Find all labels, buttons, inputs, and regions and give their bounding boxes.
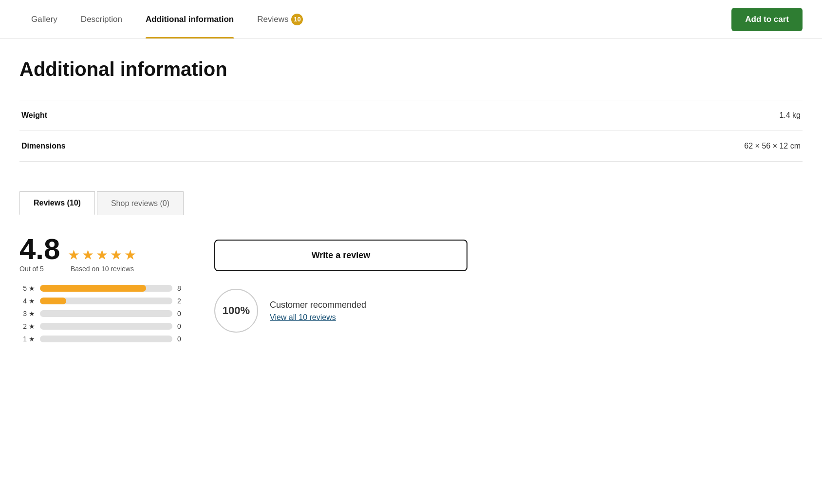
rating-section: 4.8 Out of 5 ★ ★ ★ ★ ★ Based on 10 revie… [19, 235, 803, 348]
based-on-label: Based on 10 reviews [68, 265, 136, 273]
top-navigation: Gallery Description Additional informati… [0, 0, 822, 39]
main-content: Additional information Weight 1.4 kg Dim… [0, 39, 822, 377]
bar-fill [40, 298, 66, 304]
bar-fill [40, 285, 146, 292]
table-row: Dimensions 62 × 56 × 12 cm [19, 131, 803, 162]
bar-track [40, 285, 172, 292]
recommended-label: Customer recommended [270, 300, 366, 310]
tab-product-reviews[interactable]: Reviews (10) [19, 191, 95, 215]
info-value: 1.4 kg [117, 100, 803, 131]
additional-info-table: Weight 1.4 kg Dimensions 62 × 56 × 12 cm [19, 100, 803, 162]
bar-row: 4 ★ 2 [19, 297, 185, 305]
rating-right: Write a review 100% Customer recommended… [214, 235, 803, 333]
overall-score: 4.8 Out of 5 ★ ★ ★ ★ ★ Based on 10 revie… [19, 235, 185, 273]
write-review-button[interactable]: Write a review [214, 240, 467, 271]
bar-label: 2 ★ [19, 322, 35, 330]
star-4-icon: ★ [110, 247, 122, 263]
tab-description[interactable]: Description [69, 0, 134, 38]
bar-track [40, 310, 172, 317]
add-to-cart-button[interactable]: Add to cart [731, 8, 803, 31]
stars-row: ★ ★ ★ ★ ★ [68, 247, 136, 263]
bar-count: 8 [177, 284, 185, 292]
bar-row: 2 ★ 0 [19, 322, 185, 330]
bar-label: 4 ★ [19, 297, 35, 305]
tab-shop-reviews[interactable]: Shop reviews (0) [97, 191, 184, 215]
bar-count: 0 [177, 310, 185, 317]
bar-count: 2 [177, 297, 185, 305]
out-of-label: Out of 5 [19, 265, 60, 273]
recommended-text: Customer recommended View all 10 reviews [270, 300, 366, 322]
bar-track [40, 336, 172, 342]
info-label: Weight [19, 100, 117, 131]
reviews-tabs: Reviews (10) Shop reviews (0) [19, 191, 803, 215]
recommended-block: 100% Customer recommended View all 10 re… [214, 289, 803, 333]
bar-row: 3 ★ 0 [19, 310, 185, 317]
star-2-icon: ★ [82, 247, 94, 263]
tab-reviews[interactable]: Reviews 10 [245, 0, 315, 38]
info-value: 62 × 56 × 12 cm [117, 131, 803, 162]
rating-left: 4.8 Out of 5 ★ ★ ★ ★ ★ Based on 10 revie… [19, 235, 185, 348]
star-5-icon: ★ [124, 247, 136, 263]
bar-label: 1 ★ [19, 335, 35, 343]
recommended-percent: 100% [214, 289, 258, 333]
page-title: Additional information [19, 58, 803, 80]
score-number: 4.8 [19, 235, 60, 264]
nav-tabs: Gallery Description Additional informati… [19, 0, 315, 38]
bar-track [40, 298, 172, 304]
star-3-icon: ★ [96, 247, 108, 263]
bar-row: 1 ★ 0 [19, 335, 185, 343]
bar-label: 3 ★ [19, 310, 35, 317]
view-all-reviews-link[interactable]: View all 10 reviews [270, 313, 366, 322]
bar-chart: 5 ★ 8 4 ★ 2 3 ★ 0 2 ★ 0 1 ★ [19, 284, 185, 343]
tab-additional-information[interactable]: Additional information [134, 0, 245, 38]
bar-count: 0 [177, 335, 185, 343]
bar-row: 5 ★ 8 [19, 284, 185, 292]
star-1-icon: ★ [68, 247, 80, 263]
bar-count: 0 [177, 322, 185, 330]
reviews-badge: 10 [291, 14, 303, 25]
table-row: Weight 1.4 kg [19, 100, 803, 131]
bar-track [40, 323, 172, 330]
info-label: Dimensions [19, 131, 117, 162]
bar-label: 5 ★ [19, 284, 35, 292]
stars-block: ★ ★ ★ ★ ★ Based on 10 reviews [68, 247, 136, 273]
tab-gallery[interactable]: Gallery [19, 0, 69, 38]
